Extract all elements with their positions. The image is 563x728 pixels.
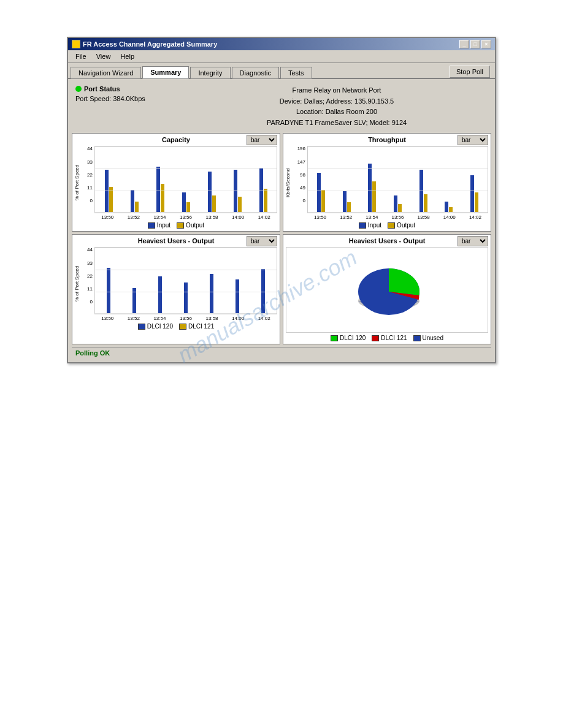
throughput-x-ticks: 13:5013:5213:5413:5613:5814:0014:02 — [292, 214, 488, 220]
pie-legend: DLCI 120 DLCI 121 Unused — [286, 335, 488, 341]
capacity-bar-groups — [95, 146, 277, 213]
port-status-label: Port Status — [84, 85, 120, 93]
stop-poll-button[interactable]: Stop Poll — [450, 66, 490, 78]
menu-bar: File View Help — [68, 50, 495, 63]
charts-grid: Capacity bar line % of Port Speed — [72, 133, 491, 344]
pie-legend-dlci121: DLCI 121 — [372, 335, 407, 341]
throughput-legend-output: Output — [388, 222, 415, 229]
throughput-chart-panel: Throughput bar line Kbits/Second — [283, 133, 491, 232]
tab-integrity[interactable]: Integrity — [190, 67, 230, 78]
port-status-left: Port Status Port Speed: 384.0Kbps — [75, 85, 186, 102]
minimize-button[interactable]: _ — [459, 40, 469, 48]
port-info: Port Status Port Speed: 384.0Kbps Frame … — [72, 83, 491, 131]
tab-diagnostic[interactable]: Diagnostic — [232, 67, 279, 78]
heaviest-bar-y-axis-label: % of Port Speed — [75, 247, 80, 320]
heaviest-pie-chart-type-select[interactable]: bar pie — [458, 236, 488, 246]
heaviest-bar-dlci120-label: DLCI 120 — [147, 323, 173, 330]
capacity-y-axis-label: % of Port Speed — [75, 146, 80, 219]
tab-bar: Navigation Wizard Summary Integrity Diag… — [68, 63, 495, 79]
heaviest-bar-x-ticks: 13:5013:5213:5413:5613:5814:0014:02 — [81, 316, 277, 321]
window-icon — [72, 40, 80, 48]
capacity-chart-type-select[interactable]: bar line — [247, 135, 277, 145]
heaviest-bar-chart-header: Heaviest Users - Output bar line — [75, 237, 277, 245]
capacity-output-label: Output — [186, 222, 204, 229]
capacity-y-ticks: 443322110 — [81, 146, 94, 213]
status-bar: Polling OK — [72, 347, 491, 358]
heaviest-bar-legend-dlci121: DLCI 121 — [179, 323, 214, 330]
throughput-y-axis-label: Kbits/Second — [286, 146, 291, 219]
close-button[interactable]: × — [481, 40, 491, 48]
throughput-bars-area — [307, 146, 488, 213]
window-title: FR Access Channel Aggregated Summary — [83, 40, 217, 48]
pie-legend-unused: Unused — [413, 335, 443, 341]
tab-summary[interactable]: Summary — [142, 66, 189, 78]
throughput-output-label: Output — [397, 222, 415, 229]
pie-legend-dlci120: DLCI 120 — [331, 335, 366, 341]
pie-dlci121-label: DLCI 121 — [381, 335, 407, 341]
throughput-bar-groups — [308, 146, 488, 213]
heaviest-bar-legend: DLCI 120 DLCI 121 — [75, 323, 277, 330]
port-info-line2: Device: Dallas; Address: 135.90.153.5 — [186, 96, 488, 107]
heaviest-bar-chart-type-select[interactable]: bar line — [247, 236, 277, 246]
capacity-output-color — [177, 222, 184, 229]
menu-view[interactable]: View — [91, 51, 116, 61]
port-info-line1: Frame Relay on Network Port — [186, 85, 488, 96]
pie-chart-area — [286, 247, 488, 333]
status-text: Polling OK — [75, 349, 110, 357]
port-status-row: Port Status — [75, 85, 186, 93]
port-info-center: Frame Relay on Network Port Device: Dall… — [186, 85, 488, 128]
capacity-input-color — [148, 222, 155, 229]
menu-help[interactable]: Help — [115, 51, 139, 61]
capacity-x-ticks: 13:5013:5213:5413:5613:5814:0014:02 — [81, 214, 277, 220]
throughput-y-ticks: 19614798490 — [292, 146, 307, 213]
heaviest-pie-chart-panel: Heaviest Users - Output bar pie — [283, 234, 491, 344]
heaviest-bar-bar-groups — [95, 248, 277, 314]
pie-dlci120-label: DLCI 120 — [340, 335, 366, 341]
heaviest-bar-dlci121-label: DLCI 121 — [188, 323, 214, 330]
throughput-legend-input: Input — [359, 222, 381, 229]
heaviest-bar-dlci121-color — [179, 324, 186, 330]
port-info-line3: Location: Dallas Room 200 — [186, 107, 488, 118]
throughput-output-color — [388, 222, 395, 229]
capacity-chart-header: Capacity bar line — [75, 136, 277, 143]
capacity-chart-panel: Capacity bar line % of Port Speed — [72, 133, 280, 232]
heaviest-bar-legend-dlci120: DLCI 120 — [138, 323, 173, 330]
pie-svg — [347, 253, 427, 327]
main-window: FR Access Channel Aggregated Summary _ □… — [67, 37, 496, 363]
throughput-legend: Input Output — [286, 222, 488, 229]
capacity-legend-input: Input — [148, 222, 170, 229]
content-area: Port Status Port Speed: 384.0Kbps Frame … — [68, 79, 495, 362]
heaviest-bar-y-ticks: 443322110 — [81, 247, 94, 314]
port-status-indicator — [75, 86, 82, 92]
capacity-legend: Input Output — [75, 222, 277, 229]
capacity-legend-output: Output — [177, 222, 204, 229]
restore-button[interactable]: □ — [470, 40, 480, 48]
heaviest-bar-bars-area — [94, 247, 277, 314]
menu-file[interactable]: File — [71, 51, 91, 61]
heaviest-bar-dlci120-color — [138, 324, 145, 330]
throughput-input-label: Input — [368, 222, 381, 229]
pie-unused-color — [413, 335, 421, 341]
heaviest-pie-chart-header: Heaviest Users - Output bar pie — [286, 237, 488, 245]
throughput-input-color — [359, 222, 366, 229]
heaviest-bar-chart-panel: Heaviest Users - Output bar line % of Po… — [72, 234, 280, 344]
port-info-line4: PARADYNE T1 FrameSaver SLV; Model: 9124 — [186, 118, 488, 129]
tab-navigation-wizard[interactable]: Navigation Wizard — [71, 67, 141, 78]
throughput-chart-type-select[interactable]: bar line — [458, 135, 488, 145]
capacity-bars-area — [94, 146, 277, 213]
pie-dlci120-color — [331, 335, 338, 341]
port-speed: Port Speed: 384.0Kbps — [75, 95, 186, 102]
title-bar: FR Access Channel Aggregated Summary _ □… — [68, 38, 495, 50]
capacity-input-label: Input — [157, 222, 170, 229]
tab-tests[interactable]: Tests — [280, 67, 312, 78]
throughput-chart-header: Throughput bar line — [286, 136, 488, 143]
pie-dlci121-color — [372, 335, 379, 341]
window-controls: _ □ × — [459, 40, 491, 48]
pie-unused-label: Unused — [423, 335, 443, 341]
